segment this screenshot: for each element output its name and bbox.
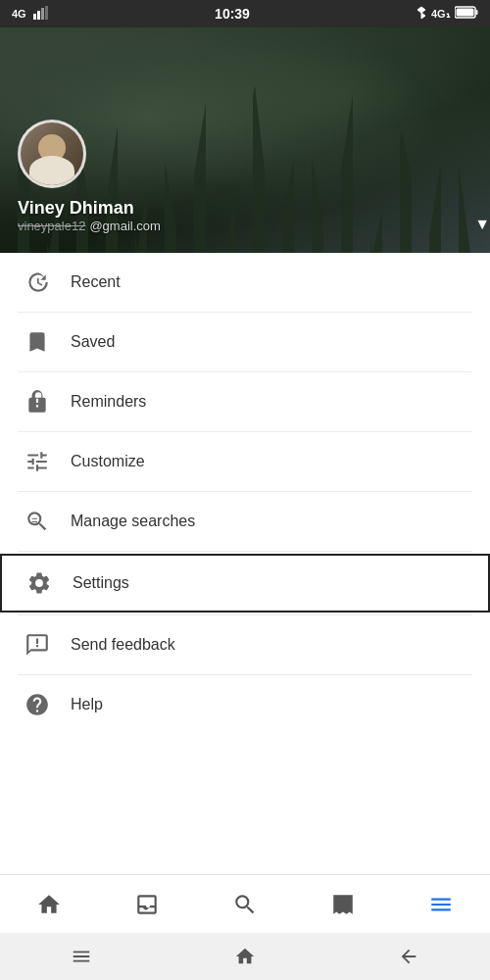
email-prefix-strikethrough: vineypale12: [18, 219, 85, 233]
system-nav: [0, 933, 490, 980]
profile-email: vineypale12 @gmail.com: [18, 219, 472, 233]
menu-item-reminders[interactable]: Reminders: [0, 372, 490, 431]
avatar[interactable]: [18, 120, 86, 188]
sys-nav-home-button[interactable]: [216, 937, 274, 976]
status-right: 4G₁: [416, 6, 478, 23]
menu-item-send-feedback[interactable]: Send feedback: [0, 615, 490, 674]
gear-icon: [20, 564, 59, 603]
signal-4g-icon: 4G: [12, 6, 29, 23]
bottom-nav-bookmarks[interactable]: [294, 875, 392, 933]
svg-text:4G₁: 4G₁: [431, 8, 451, 20]
menu-item-manage-searches[interactable]: Manage searches: [0, 492, 490, 551]
menu-label-reminders: Reminders: [71, 393, 146, 411]
svg-rect-7: [476, 10, 478, 15]
bottom-nav: [0, 874, 490, 933]
svg-rect-4: [45, 6, 48, 20]
status-left: 4G: [12, 6, 49, 23]
menu-label-saved: Saved: [71, 333, 115, 351]
customize-icon: [18, 442, 57, 481]
status-bar: 4G 10:39 4G₁: [0, 0, 490, 27]
bottom-nav-search[interactable]: [196, 875, 294, 933]
help-icon: [18, 685, 57, 724]
menu-item-saved[interactable]: Saved: [0, 313, 490, 371]
svg-rect-1: [33, 14, 36, 20]
bookmark-icon: [18, 322, 57, 362]
svg-text:4G: 4G: [12, 8, 26, 20]
svg-rect-2: [37, 11, 40, 20]
menu-label-customize: Customize: [71, 453, 145, 470]
bluetooth-icon: [416, 6, 427, 23]
svg-rect-8: [457, 9, 474, 17]
reminders-icon: [18, 382, 57, 421]
status-time: 10:39: [215, 6, 250, 22]
profile-header: Viney Dhiman vineypale12 @gmail.com ▼: [0, 27, 490, 253]
menu-label-help: Help: [71, 696, 103, 713]
avatar-body: [29, 156, 74, 185]
svg-rect-3: [41, 8, 44, 20]
email-domain: @gmail.com: [89, 219, 160, 233]
network-4g-right-icon: 4G₁: [431, 6, 451, 23]
profile-name: Viney Dhiman: [18, 198, 472, 219]
feedback-icon: [18, 625, 57, 664]
manage-searches-icon: [18, 502, 57, 541]
menu-list: Recent Saved Reminders Customize Manage …: [0, 253, 490, 734]
menu-item-help[interactable]: Help: [0, 675, 490, 734]
menu-item-customize[interactable]: Customize: [0, 432, 490, 491]
sys-nav-back-button[interactable]: [379, 937, 438, 976]
menu-item-settings[interactable]: Settings: [0, 554, 490, 612]
bottom-nav-inbox[interactable]: [98, 875, 196, 933]
menu-label-settings: Settings: [73, 574, 129, 592]
divider: [18, 551, 472, 552]
battery-icon: [455, 6, 478, 22]
history-icon: [18, 263, 57, 302]
menu-label-send-feedback: Send feedback: [71, 636, 175, 654]
bottom-nav-home[interactable]: [0, 875, 98, 933]
menu-item-recent[interactable]: Recent: [0, 253, 490, 312]
sys-nav-menu-button[interactable]: [52, 937, 111, 976]
account-dropdown-arrow[interactable]: ▼: [474, 216, 490, 233]
signal-bars-icon: [33, 6, 49, 23]
menu-label-recent: Recent: [71, 273, 121, 291]
bottom-nav-menu[interactable]: [392, 875, 490, 933]
avatar-person: [21, 122, 83, 185]
menu-label-manage-searches: Manage searches: [71, 513, 195, 530]
